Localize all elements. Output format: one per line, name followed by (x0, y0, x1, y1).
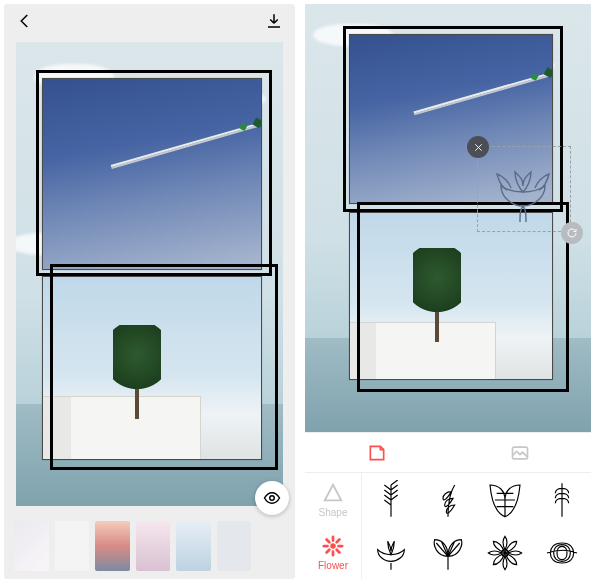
tab-stickers[interactable] (305, 433, 448, 473)
sticker-ginkgo[interactable] (419, 526, 476, 579)
template-swatch[interactable] (217, 521, 252, 571)
crane-illustration (111, 123, 258, 167)
editor-screen: Shape Flower (305, 4, 591, 579)
category-list: Shape Flower (305, 473, 362, 579)
mode-bar (305, 432, 591, 473)
sticker-leaf-branch[interactable] (362, 473, 419, 526)
photo-pane-bottom[interactable] (349, 212, 553, 380)
sticker-panel: Shape Flower (305, 472, 591, 579)
category-label: Flower (318, 560, 348, 571)
canvas[interactable] (16, 42, 283, 506)
sticker-palm[interactable] (534, 526, 591, 579)
preview-screen (4, 4, 295, 579)
tab-photos[interactable] (448, 433, 591, 473)
template-swatch[interactable] (176, 521, 211, 571)
category-shape[interactable]: Shape (305, 473, 361, 526)
selection-box[interactable] (477, 146, 571, 232)
building-illustration (43, 397, 200, 459)
sticker-dahlia[interactable] (477, 526, 534, 579)
category-label: Shape (319, 507, 348, 518)
sticker-eucalyptus[interactable] (419, 473, 476, 526)
delete-sticker-button[interactable] (467, 136, 489, 158)
preview-toggle-button[interactable] (255, 481, 289, 515)
template-swatch[interactable] (14, 521, 49, 571)
back-button[interactable] (16, 12, 34, 32)
sticker-lotus[interactable] (362, 526, 419, 579)
svg-point-0 (270, 496, 275, 501)
download-button[interactable] (265, 12, 283, 32)
template-swatch[interactable] (95, 521, 130, 571)
rotate-sticker-handle[interactable] (561, 222, 583, 244)
canvas[interactable] (305, 4, 591, 432)
building-illustration (350, 323, 495, 379)
sticker-grid (362, 473, 591, 579)
category-flower[interactable]: Flower (305, 526, 361, 579)
top-bar (4, 4, 295, 40)
tree-illustration (135, 335, 139, 419)
photo-pane-bottom[interactable] (42, 276, 262, 460)
sticker-fern[interactable] (534, 473, 591, 526)
tree-illustration (435, 266, 439, 342)
sticker-monstera[interactable] (477, 473, 534, 526)
template-swatches (14, 521, 251, 571)
crane-illustration (413, 73, 549, 114)
template-swatch[interactable] (136, 521, 171, 571)
svg-point-2 (330, 543, 336, 549)
template-swatch[interactable] (55, 521, 90, 571)
photo-pane-top[interactable] (42, 78, 262, 270)
